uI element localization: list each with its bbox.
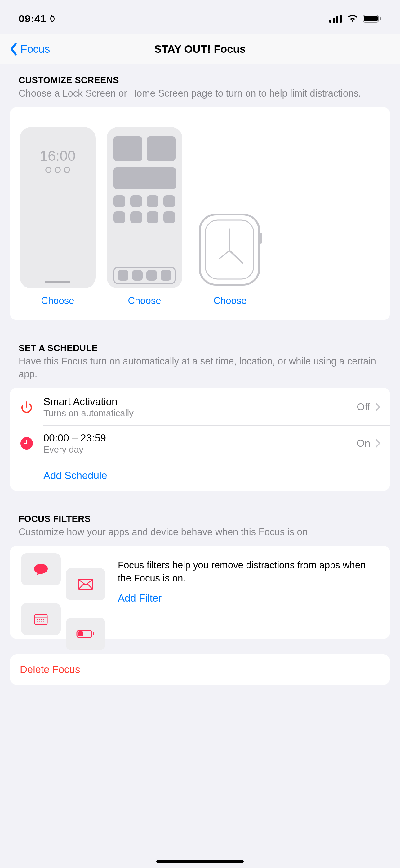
svg-point-23 [41, 619, 42, 620]
schedule-desc: Have this Focus turn on automatically at… [19, 355, 381, 380]
delete-focus-button[interactable]: Delete Focus [10, 654, 390, 685]
status-left: 09:41 [19, 13, 57, 25]
svg-line-12 [220, 251, 229, 258]
svg-point-24 [43, 619, 44, 620]
time-schedule-subtitle: Every day [43, 444, 357, 455]
calendar-filter-icon [21, 603, 61, 635]
add-schedule-label: Add Schedule [43, 470, 107, 481]
smart-activation-row[interactable]: Smart Activation Turns on automatically … [10, 389, 390, 425]
smart-activation-title: Smart Activation [43, 396, 357, 408]
filters-desc: Customize how your apps and device behav… [19, 526, 381, 538]
svg-point-21 [37, 619, 38, 620]
chevron-right-icon [375, 402, 381, 412]
lock-time: 16:00 [40, 148, 75, 164]
back-button-label: Focus [21, 43, 50, 55]
chevron-left-icon [9, 42, 18, 56]
status-right [329, 14, 381, 23]
mail-filter-icon [66, 568, 105, 600]
watch-face-preview[interactable] [197, 211, 264, 288]
customize-section-header: CUSTOMIZE SCREENS Choose a Lock Screen o… [0, 64, 400, 103]
lock-screen-item: 16:00 Choose [20, 127, 96, 306]
customize-desc: Choose a Lock Screen or Home Screen page… [19, 87, 381, 100]
svg-rect-1 [333, 18, 335, 23]
svg-rect-0 [329, 20, 331, 23]
clock-icon [19, 437, 35, 450]
svg-rect-6 [379, 17, 381, 20]
lock-screen-widgets [45, 167, 70, 173]
navigation-bar: Focus STAY OUT! Focus [0, 34, 400, 64]
content: CUSTOMIZE SCREENS Choose a Lock Screen o… [0, 64, 400, 747]
time-schedule-row[interactable]: 00:00 – 23:59 Every day On [10, 425, 390, 462]
customize-screens-card: 16:00 Choose [10, 107, 390, 320]
home-screen-preview[interactable] [107, 127, 182, 288]
svg-rect-19 [35, 614, 47, 625]
back-button[interactable]: Focus [9, 42, 50, 56]
schedule-card: Smart Activation Turns on automatically … [10, 388, 390, 491]
svg-rect-31 [93, 632, 94, 636]
schedule-title: SET A SCHEDULE [19, 343, 381, 353]
status-time: 09:41 [19, 13, 46, 25]
svg-rect-30 [78, 631, 83, 637]
wifi-icon [347, 14, 359, 23]
status-bar: 09:41 [0, 0, 400, 34]
smart-activation-subtitle: Turns on automatically [43, 408, 357, 418]
lock-screen-preview[interactable]: 16:00 [20, 127, 96, 288]
filter-help-text: Focus filters help you remove distractio… [118, 559, 379, 585]
cellular-icon [329, 14, 342, 23]
battery-icon [363, 14, 381, 23]
watch-face-item: Choose [197, 211, 264, 306]
choose-home-screen-button[interactable]: Choose [128, 295, 161, 306]
svg-line-11 [229, 251, 242, 263]
chevron-right-icon [375, 439, 381, 448]
svg-rect-5 [364, 16, 378, 22]
home-indicator[interactable] [156, 860, 244, 863]
choose-lock-screen-button[interactable]: Choose [41, 295, 74, 306]
power-icon [19, 400, 35, 414]
filter-text-block: Focus filters help you remove distractio… [118, 557, 379, 626]
svg-point-28 [43, 621, 44, 622]
svg-point-26 [39, 621, 40, 622]
time-schedule-status: On [357, 437, 370, 449]
svg-rect-2 [336, 17, 338, 23]
time-schedule-title: 00:00 – 23:59 [43, 432, 357, 444]
add-filter-button[interactable]: Add Filter [118, 592, 162, 604]
home-screen-item: Choose [107, 127, 182, 306]
customize-title: CUSTOMIZE SCREENS [19, 75, 381, 85]
battery-filter-icon [66, 618, 105, 650]
filters-section-header: FOCUS FILTERS Customize how your apps an… [0, 495, 400, 541]
svg-point-22 [39, 619, 40, 620]
flame-icon [48, 14, 57, 24]
screens-row: 16:00 Choose [20, 127, 380, 306]
filters-title: FOCUS FILTERS [19, 514, 381, 524]
filter-icons-grid [21, 557, 105, 626]
page-title: STAY OUT! Focus [155, 43, 246, 55]
svg-point-27 [41, 621, 42, 622]
svg-point-25 [37, 621, 38, 622]
svg-rect-9 [259, 232, 262, 244]
delete-focus-label: Delete Focus [20, 664, 80, 675]
filters-card: Focus filters help you remove distractio… [10, 546, 390, 639]
smart-activation-status: Off [357, 401, 370, 413]
add-schedule-button[interactable]: Add Schedule [10, 462, 390, 491]
schedule-section-header: SET A SCHEDULE Have this Focus turn on a… [0, 324, 400, 383]
svg-rect-3 [339, 15, 342, 23]
choose-watch-face-button[interactable]: Choose [214, 295, 247, 306]
messages-filter-icon [21, 553, 61, 586]
